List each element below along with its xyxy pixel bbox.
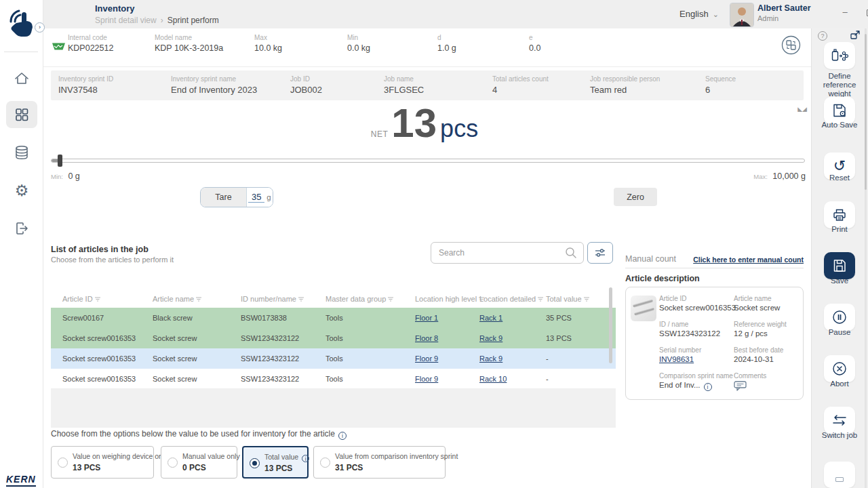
field-value: 0.0 kg: [347, 43, 370, 53]
column-header-id-number[interactable]: ID number/name: [241, 295, 304, 303]
help-button[interactable]: ?: [818, 31, 827, 41]
table-row[interactable]: Screw00167 Black screw BSW0173838 Tools …: [51, 308, 616, 328]
cell-id-number: BSW0173838: [241, 308, 287, 328]
app-window: › ⚙: [0, 0, 868, 488]
weight-slider-handle[interactable]: [58, 155, 62, 167]
option-label: Manual value only: [182, 452, 240, 460]
sidebar-collapse-toggle[interactable]: ›: [35, 22, 45, 33]
field-label: d: [437, 34, 456, 41]
weight-unit: pcs: [440, 115, 478, 143]
option-weighing-device-only[interactable]: Value on weighing device only 13 PCS: [51, 446, 154, 479]
cell-location-detailed-link[interactable]: Rack 9: [479, 334, 502, 342]
field-value: KDP 10K-3-2019a: [155, 43, 223, 53]
option-value: 0 PCS: [182, 463, 206, 472]
weight-slider-track[interactable]: [51, 159, 805, 163]
article-id-label: Article ID: [659, 295, 687, 302]
switch-device-button[interactable]: [781, 35, 801, 55]
table-scrollbar[interactable]: [609, 287, 612, 363]
avatar[interactable]: [730, 3, 754, 27]
partial-action-icon: [835, 477, 844, 482]
cell-location-high-link[interactable]: Floor 9: [415, 375, 438, 383]
column-header-master-data-group[interactable]: Master data group: [326, 295, 393, 303]
cell-location-detailed-link[interactable]: Rack 1: [479, 314, 502, 322]
option-manual-value-only[interactable]: Manual value only 0 PCS: [161, 446, 237, 479]
auto-save-button[interactable]: [824, 97, 855, 124]
partial-action-button[interactable]: [824, 462, 855, 488]
field-value: 1.0 g: [437, 43, 456, 53]
cell-location-detailed-link[interactable]: Rack 10: [479, 375, 507, 383]
cell-location-high-link[interactable]: Floor 8: [415, 334, 438, 342]
slider-min-value: 0 g: [68, 171, 79, 181]
save-label: Save: [811, 277, 868, 285]
tare-input[interactable]: [248, 192, 264, 203]
cell-total-value: 35 PCS: [546, 308, 572, 328]
column-header-location-detailed[interactable]: Location detailed: [479, 295, 543, 303]
column-header-location-high[interactable]: Location high level: [415, 295, 484, 303]
define-reference-weight-button[interactable]: [824, 42, 855, 69]
radio-icon[interactable]: [320, 458, 330, 468]
switch-job-label: Switch job: [811, 431, 868, 440]
cell-location-detailed-link[interactable]: Rack 9: [479, 354, 502, 363]
collapse-display-icon[interactable]: ◣◢: [787, 106, 807, 113]
comments-icon[interactable]: [734, 381, 747, 391]
window-minimize-button[interactable]: –: [838, 7, 852, 17]
reset-icon: ↺: [833, 159, 846, 174]
sprint-field-sequence: Sequence 6: [705, 75, 736, 95]
cell-location-high-link[interactable]: Floor 1: [415, 314, 438, 322]
table-row[interactable]: Socket screw0016353 Socket screw SSW1234…: [51, 328, 616, 348]
print-button[interactable]: [824, 201, 855, 228]
cell-location-high-link[interactable]: Floor 9: [415, 354, 438, 363]
info-icon[interactable]: i: [338, 432, 347, 440]
save-button[interactable]: [824, 252, 855, 279]
radio-icon[interactable]: [167, 458, 178, 468]
radio-icon-selected[interactable]: [250, 458, 260, 468]
expand-panel-icon[interactable]: [850, 30, 861, 41]
database-icon: [14, 144, 30, 161]
screw-graphic: [633, 299, 653, 308]
language-selector[interactable]: English⌄: [679, 9, 719, 19]
table-row[interactable]: Socket screw0016353 Socket screw SSW1234…: [51, 369, 616, 389]
serial-number-link[interactable]: INV98631: [659, 355, 694, 363]
sprint-field-responsible: Job responsible person Team red: [590, 75, 660, 95]
column-header-article-name[interactable]: Article name: [153, 295, 201, 303]
column-header-article-id[interactable]: Article ID: [62, 295, 100, 303]
column-filter-icon: [584, 297, 589, 302]
column-filter-icon: [538, 297, 543, 302]
auto-save-label: Auto Save: [811, 121, 868, 129]
manual-count-link[interactable]: Click here to enter manual count: [692, 256, 804, 264]
sidebar-item-master-data[interactable]: [0, 139, 43, 166]
option-label: Value on weighing device only: [73, 452, 167, 460]
radio-icon[interactable]: [58, 458, 68, 468]
sprint-field-job-name: Job name 3FLGSEC: [384, 75, 424, 95]
filter-sliders-icon: [594, 247, 606, 258]
slider-max-value: 10,000 g: [772, 171, 806, 181]
slider-max: Max: 10,000 g: [753, 169, 806, 182]
column-header-total-value[interactable]: Total value: [546, 295, 589, 303]
sidebar-item-settings[interactable]: ⚙: [0, 177, 43, 204]
zero-button[interactable]: Zero: [614, 188, 657, 206]
sidebar-item-modules[interactable]: [0, 101, 43, 128]
sidebar-item-home[interactable]: [0, 65, 43, 92]
switch-job-button[interactable]: [824, 407, 855, 434]
breadcrumb-parent[interactable]: Sprint detail view: [95, 16, 157, 25]
cell-article-id: Socket screw0016353: [62, 348, 136, 369]
touch-hand-logo-icon: [5, 5, 38, 45]
search-input[interactable]: [431, 248, 564, 258]
cell-total-value: -: [546, 369, 549, 389]
option-total-value[interactable]: Total valuei 13 PCS: [242, 446, 309, 479]
info-icon[interactable]: i: [302, 455, 309, 462]
sidebar-item-logout[interactable]: [0, 215, 43, 242]
pause-button[interactable]: [824, 304, 855, 331]
sidebar-scrollbar-thumb[interactable]: [865, 34, 867, 190]
info-icon[interactable]: i: [704, 383, 712, 391]
tare-button[interactable]: Tare: [201, 188, 247, 207]
user-name: Albert Sauter: [757, 3, 811, 13]
table-row-selected[interactable]: Socket screw0016353 Socket screw SSW1234…: [51, 348, 616, 369]
option-comparison-sprint-value[interactable]: Value from comparison inventory sprint 3…: [313, 446, 446, 479]
comparison-sprint-label: Comparison sprint name: [659, 372, 733, 380]
reference-weight-icon: [831, 48, 848, 63]
filter-button[interactable]: [587, 242, 613, 264]
serial-number-label: Serial number: [659, 346, 701, 354]
cell-master-data-group: Tools: [326, 328, 343, 348]
abort-button[interactable]: [824, 355, 855, 382]
